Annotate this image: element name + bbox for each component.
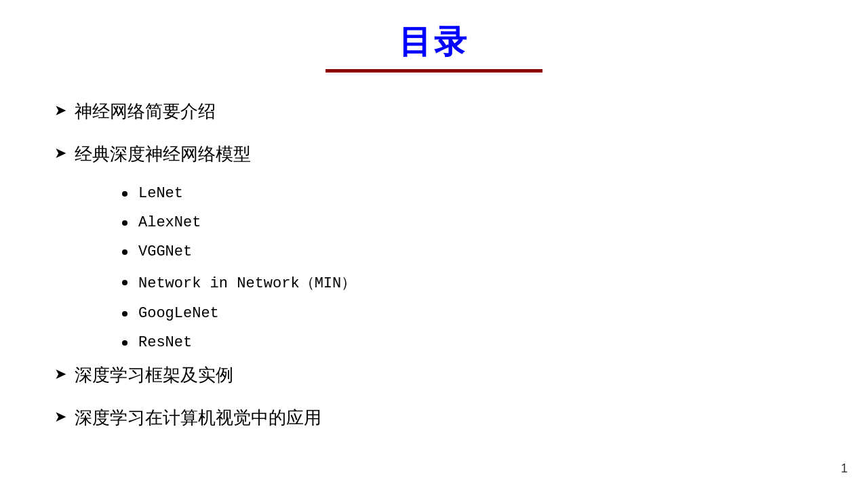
sub-item-text-4: Network in Network（MIN）: [138, 272, 356, 293]
sub-item-3: VGGNet: [122, 243, 814, 260]
sub-items-list: LeNet AlexNet VGGNet Network in Network（…: [122, 185, 814, 351]
sub-item-2: AlexNet: [122, 214, 814, 231]
sub-item-text-2: AlexNet: [138, 214, 201, 231]
arrow-icon-3: ➤: [54, 365, 66, 383]
sub-item-4: Network in Network（MIN）: [122, 272, 814, 293]
main-item-1: ➤ 神经网络简要介绍: [54, 100, 814, 123]
bullet-icon-4: [122, 280, 127, 285]
bullet-icon-3: [122, 249, 127, 255]
main-item-text-1: 神经网络简要介绍: [75, 100, 216, 123]
page-number: 1: [841, 462, 848, 476]
main-item-text-3: 深度学习框架及实例: [75, 363, 233, 387]
bullet-icon-5: [122, 311, 127, 317]
main-item-text-2: 经典深度神经网络模型: [75, 142, 251, 166]
slide-title: 目录: [0, 20, 868, 64]
main-item-2: ➤ 经典深度神经网络模型: [54, 142, 814, 166]
arrow-icon-2: ➤: [54, 144, 66, 162]
sub-item-6: ResNet: [122, 334, 814, 351]
main-item-text-4: 深度学习在计算机视觉中的应用: [75, 406, 321, 430]
sub-item-text-3: VGGNet: [138, 243, 192, 260]
slide-container: 目录 ➤ 神经网络简要介绍 ➤ 经典深度神经网络模型 LeNet AlexNet: [0, 0, 868, 488]
main-item-4: ➤ 深度学习在计算机视觉中的应用: [54, 406, 814, 430]
sub-item-text-5: GoogLeNet: [138, 305, 219, 322]
bullet-icon-2: [122, 220, 127, 226]
title-area: 目录: [0, 0, 868, 79]
title-underline: [326, 69, 542, 73]
sub-item-text-1: LeNet: [138, 185, 183, 202]
bullet-icon-6: [122, 340, 127, 346]
bullet-icon-1: [122, 191, 127, 197]
main-item-3: ➤ 深度学习框架及实例: [54, 363, 814, 387]
sub-item-text-6: ResNet: [138, 334, 192, 351]
sub-item-5: GoogLeNet: [122, 305, 814, 322]
sub-item-1: LeNet: [122, 185, 814, 202]
content-area: ➤ 神经网络简要介绍 ➤ 经典深度神经网络模型 LeNet AlexNet VG…: [0, 79, 868, 469]
arrow-icon-1: ➤: [54, 102, 66, 119]
arrow-icon-4: ➤: [54, 408, 66, 426]
